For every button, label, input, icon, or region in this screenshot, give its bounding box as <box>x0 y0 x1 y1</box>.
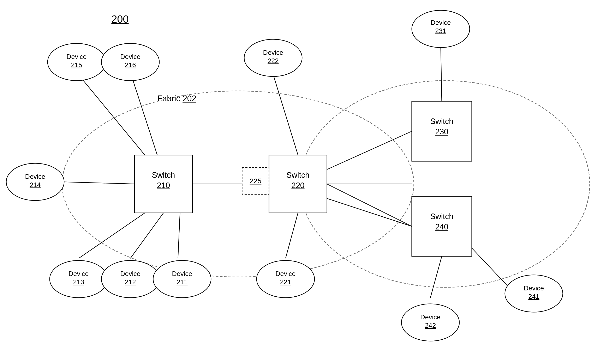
switch210-label: Switch <box>152 171 175 179</box>
device211-number: 211 <box>176 278 187 286</box>
device213-number: 213 <box>73 278 84 286</box>
device215-label: Device <box>66 53 87 60</box>
line-230-231 <box>441 46 442 101</box>
line-210-214 <box>64 182 134 184</box>
diagram-container: Switch 210 Switch 220 225 Switch 230 Swi… <box>0 0 598 364</box>
switch240-number: 240 <box>435 222 448 231</box>
diagram-title: 200 <box>111 13 128 25</box>
line-220-222 <box>273 74 298 155</box>
device211-label: Device <box>172 270 192 277</box>
device213-label: Device <box>68 270 89 277</box>
device221-number: 221 <box>280 278 291 286</box>
switch220-number: 220 <box>291 181 304 190</box>
device221-label: Device <box>275 270 296 277</box>
device214-number: 214 <box>30 181 41 188</box>
line-220-230-top <box>327 131 412 170</box>
line-220-240-top <box>327 184 412 226</box>
device214-label: Device <box>25 173 45 180</box>
device212-number: 212 <box>125 278 136 286</box>
fabric-label: Fabric 202 <box>157 94 196 103</box>
line-220-221 <box>286 213 298 258</box>
line-210-211 <box>178 213 180 258</box>
device222-label: Device <box>263 49 283 56</box>
device212-label: Device <box>120 270 141 277</box>
switch220-label: Switch <box>286 171 309 179</box>
line-210-213 <box>79 213 145 258</box>
device216-label: Device <box>120 53 141 60</box>
line-240-241 <box>472 248 507 285</box>
device241-number: 241 <box>528 293 539 300</box>
switch230-label: Switch <box>430 117 453 126</box>
switch240-label: Switch <box>430 212 453 221</box>
switch225-number: 225 <box>250 177 262 185</box>
line-220-240-bot <box>327 198 412 226</box>
device231-number: 231 <box>435 27 446 34</box>
device242-label: Device <box>420 313 440 321</box>
device215-number: 215 <box>71 61 82 69</box>
device216-number: 216 <box>125 61 136 69</box>
line-240-242 <box>430 256 442 298</box>
device231-label: Device <box>431 19 451 26</box>
device242-number: 242 <box>425 322 436 329</box>
switch210-number: 210 <box>157 181 170 190</box>
switch230-number: 230 <box>435 127 448 136</box>
device241-label: Device <box>524 284 544 292</box>
device222-number: 222 <box>267 57 279 65</box>
